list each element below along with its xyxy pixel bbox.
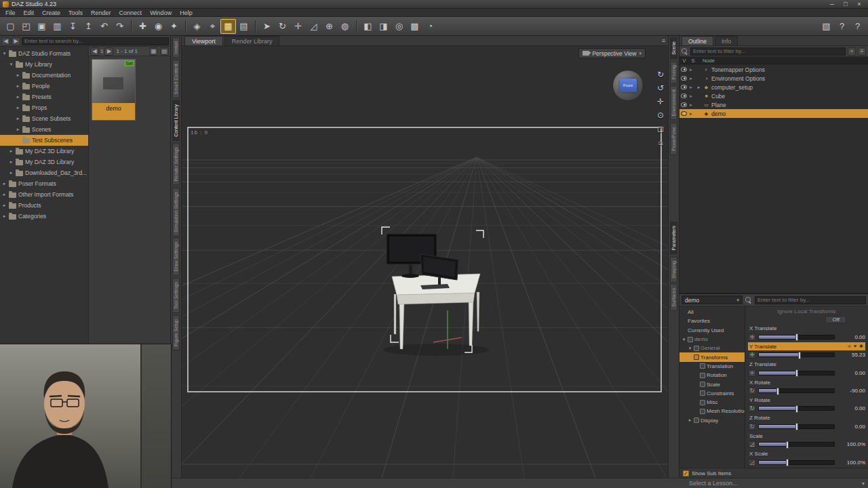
param-group-constraints[interactable]: Constraints (679, 389, 745, 398)
forward-button[interactable]: ▶ (12, 37, 20, 45)
window-maximize-button[interactable]: □ (840, 1, 852, 8)
scene-tab-outline[interactable]: Outline (682, 36, 713, 45)
toolbar-aim-at-selection-button[interactable]: ⌖ (205, 19, 220, 34)
visibility-eye-icon[interactable] (681, 94, 687, 98)
toolbar-create-light-button[interactable]: ✦ (166, 19, 182, 34)
chevron-down-icon[interactable]: ▾ (862, 481, 865, 487)
toolbar-timeline-button[interactable]: ◔ (422, 19, 438, 34)
tree-expand-arrow-icon[interactable]: ▸ (16, 105, 20, 110)
param-group-all[interactable]: All (679, 308, 745, 317)
tree-item-products[interactable]: ▸Products (0, 200, 88, 211)
toolbar-open-file-button[interactable]: ◰ (18, 19, 34, 34)
toolbar-spot-render-tool-button[interactable]: ◨ (376, 19, 391, 34)
slider-track-x-scale[interactable] (758, 460, 835, 465)
toolbar-universal-tool-button[interactable]: ⊕ (321, 19, 337, 34)
slider-track-y-rotate[interactable] (758, 406, 835, 411)
scene-filter-input[interactable] (690, 47, 846, 56)
tree-item-my-library[interactable]: ▾My Library (0, 59, 88, 70)
slider-track-z-translate[interactable] (758, 371, 835, 375)
scene-node-environment-options[interactable]: ➤◑Environment Options (679, 74, 868, 83)
toolbar-redo-button[interactable]: ↷ (112, 19, 127, 34)
slider-value[interactable]: 100.0% (837, 441, 865, 447)
slider-track-x-rotate[interactable] (758, 388, 835, 393)
slider-favorite-settings-icons[interactable]: ∞ ♥ ✱ (848, 344, 864, 349)
window-minimize-button[interactable]: ─ (826, 1, 838, 8)
show-sub-items-checkbox[interactable]: ✓ (683, 470, 689, 476)
pane-tab-tool-settings[interactable]: Tool Settings (172, 278, 180, 313)
param-group-translation[interactable]: Translation (679, 362, 745, 371)
selectable-pointer-icon[interactable]: ➤ (689, 85, 694, 89)
toolbar-undo-button[interactable]: ↶ (96, 19, 112, 34)
pane-tab-environment[interactable]: Environment (670, 85, 677, 120)
param-group-currently-used[interactable]: Currently Used (679, 326, 745, 335)
pane-tab-smart-content[interactable]: Smart Content (172, 60, 180, 98)
tree-item-daz-studio-formats[interactable]: ▾DAZ Studio Formats (0, 48, 88, 59)
scene-node-computer-setup[interactable]: ➤▸◆computer_setup (679, 83, 868, 92)
viewport-tab-render-library[interactable]: Render Library (224, 36, 280, 45)
viewport-options-icon[interactable]: ≡ (662, 37, 665, 44)
toolbar-save-button[interactable]: ▣ (34, 19, 50, 34)
tree-expand-arrow-icon[interactable]: ▸ (2, 181, 7, 186)
toolbar-active-pose-tool-button[interactable]: ◍ (337, 19, 353, 34)
visibility-eye-icon[interactable] (681, 76, 687, 81)
toolbar-node-selection-tool-button[interactable]: ➤ (259, 19, 275, 34)
visibility-eye-icon[interactable] (681, 111, 687, 116)
scene-node-tonemapper-options[interactable]: ➤◐Tonemapper Options (679, 65, 868, 74)
tree-expand-arrow-icon[interactable]: ▸ (16, 94, 20, 100)
slider-value[interactable]: 0.00 (837, 334, 865, 340)
tree-expand-arrow-icon[interactable]: ▾ (2, 51, 7, 56)
slider-handle[interactable] (795, 405, 798, 413)
pane-tab-render-settings[interactable]: Render Settings (172, 143, 180, 185)
selectable-pointer-icon[interactable]: ➤ (689, 76, 694, 81)
toolbar-render-button[interactable]: ◎ (391, 19, 407, 34)
parameters-filter-input[interactable] (755, 296, 866, 304)
menu-connect[interactable]: Connect (115, 9, 146, 16)
menu-create[interactable]: Create (38, 9, 64, 16)
toolbar-grid-toggle-button[interactable]: ▤ (236, 19, 252, 34)
tree-item-my-daz-3d-library[interactable]: ▸My DAZ 3D Library (0, 157, 88, 167)
menu-help[interactable]: Help (176, 9, 197, 16)
tree-expand-arrow-icon[interactable]: ▸ (16, 73, 20, 78)
tree-expand-arrow-icon[interactable]: ▸ (9, 170, 14, 176)
slider-header-scale[interactable]: Scale (748, 432, 865, 440)
view-cube-face[interactable]: Front (620, 79, 637, 92)
rotate-icon[interactable]: ↺ (655, 83, 666, 94)
pane-tab-parameters[interactable]: Parameters (670, 222, 677, 254)
slider-handle[interactable] (786, 459, 789, 466)
slider-track-scale[interactable] (758, 442, 835, 447)
toolbar-translate-tool-button[interactable]: ✛ (290, 19, 306, 34)
menu-tools[interactable]: Tools (64, 9, 87, 16)
scene-node-plane[interactable]: ➤▭Plane (679, 100, 868, 109)
slider-track-x-translate[interactable] (758, 335, 835, 340)
param-group-misc[interactable]: Misc (679, 398, 745, 407)
slider-value[interactable]: 55.23 (837, 352, 865, 358)
slider-header-x-translate[interactable]: X Translate (748, 325, 865, 333)
param-group-rotation[interactable]: Rotation (679, 371, 745, 380)
menu-edit[interactable]: Edit (20, 9, 39, 16)
slider-value[interactable]: 0.00 (837, 424, 865, 430)
tree-expand-arrow-icon[interactable]: ▸ (2, 192, 7, 197)
toolbar-rotate-tool-button[interactable]: ↻ (275, 19, 290, 34)
add-node-button[interactable]: + (848, 47, 856, 56)
pane-tab-posing[interactable]: Posing (670, 61, 677, 83)
group-expand-arrow-icon[interactable]: ▾ (688, 354, 692, 360)
tree-item-my-daz-3d-library[interactable]: ▸My DAZ 3D Library (0, 146, 88, 157)
tree-expand-arrow-icon[interactable]: ▾ (9, 62, 14, 67)
scene-3d-view[interactable] (182, 46, 668, 478)
viewport-canvas[interactable]: 16 : 9 Perspective View Front ↻↺✛⊙◻⌂ (182, 46, 668, 478)
slider-header-y-rotate[interactable]: Y Rotate (748, 396, 865, 404)
asset-thumbnail-demo[interactable]: Set demo (92, 59, 136, 121)
tree-expand-arrow-icon[interactable]: ▸ (16, 127, 20, 132)
pane-tab-surfaces[interactable]: Surfaces (670, 284, 677, 311)
toolbar-scale-tool-button[interactable]: ◿ (306, 19, 321, 34)
menu-file[interactable]: File (1, 9, 20, 16)
toolbar-whats-this-help-button[interactable]: ? (834, 19, 850, 34)
frame-icon[interactable]: ◻ (655, 123, 666, 134)
toolbar-export-button[interactable]: ↥ (81, 19, 96, 34)
slider-handle[interactable] (795, 369, 798, 377)
toolbar-new-file-button[interactable]: ▢ (3, 19, 18, 34)
selectable-pointer-icon[interactable]: ➤ (689, 67, 694, 72)
slider-header-y-translate[interactable]: Y Translate∞ ♥ ✱ (748, 342, 865, 350)
slider-track-z-rotate[interactable] (758, 424, 835, 429)
visibility-eye-icon[interactable] (681, 85, 687, 89)
